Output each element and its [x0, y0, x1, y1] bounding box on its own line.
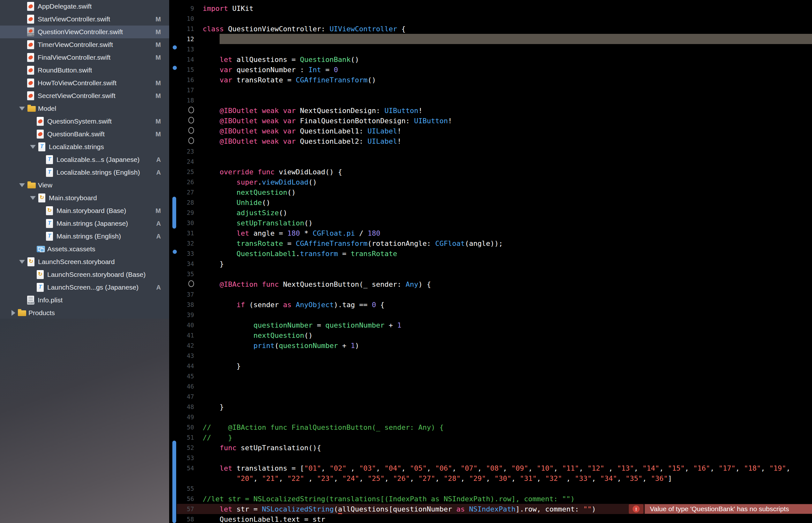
file-row-launchscreen-storyboard[interactable]: ↻LaunchScreen.storyboard — [0, 255, 169, 268]
disclosure-triangle-open-icon[interactable] — [19, 107, 25, 110]
line-number-gutter[interactable]: 46 — [169, 383, 194, 390]
file-row-appdelegate-swift[interactable]: AppDelegate.swift — [0, 0, 169, 13]
code-text[interactable]: // } — [194, 434, 233, 441]
file-row-launchscreen-gs-japanese-[interactable]: TLaunchScreen...gs (Japanese)A — [0, 281, 169, 294]
outlet-connector-circle-icon[interactable] — [188, 107, 194, 113]
code-line-43[interactable]: 43 — [169, 350, 812, 361]
file-row-startviewcontroller-swift[interactable]: StartViewController.swiftM — [0, 13, 169, 25]
code-line-21[interactable]: @IBOutlet weak var QuestionLabel1: UILab… — [169, 126, 812, 136]
file-row-products[interactable]: Products — [0, 307, 169, 319]
file-row-timerviewcontroller-swift[interactable]: TimerViewController.swiftM — [0, 38, 169, 51]
code-line-14[interactable]: 14 let allQuestions = QuestionBank() — [169, 54, 812, 65]
code-text[interactable]: let str = NSLocalizedString(allQuestions… — [194, 505, 596, 513]
line-number-gutter[interactable]: 23 — [169, 148, 194, 155]
code-line-58[interactable]: 58 QuestionLabel1.text = str — [169, 514, 812, 523]
outlet-connector-circle-icon[interactable] — [188, 117, 194, 124]
code-line-27[interactable]: 27 nextQuestion() — [169, 187, 812, 197]
line-number-gutter[interactable]: 50 — [169, 424, 194, 431]
code-line-25[interactable]: 25 override func viewDidLoad() { — [169, 167, 812, 177]
code-line-51[interactable]: 51// } — [169, 432, 812, 443]
code-text[interactable]: nextQuestion() — [194, 331, 313, 339]
code-line-33[interactable]: 33 QuestionLabel1.transform = transRotat… — [169, 248, 812, 259]
line-number-gutter[interactable]: 38 — [169, 301, 194, 308]
code-text[interactable]: let angle = 180 * CGFloat.pi / 180 — [194, 229, 380, 237]
disclosure-triangle-open-icon[interactable] — [30, 196, 36, 200]
ib-connection-gutter[interactable] — [169, 117, 194, 125]
code-text[interactable]: class QuestionViewController: UIViewCont… — [194, 25, 406, 33]
code-line-22[interactable]: @IBOutlet weak var QuestionLabel2: UILab… — [169, 136, 812, 146]
code-line-35[interactable]: 35 — [169, 269, 812, 279]
code-text[interactable]: @IBOutlet weak var QuestionLabel1: UILab… — [194, 127, 402, 135]
code-line-24[interactable]: 24 — [169, 157, 812, 167]
code-line-55[interactable]: 55 — [169, 483, 812, 494]
code-line-28[interactable]: 28 Unhide() — [169, 197, 812, 208]
code-line-23[interactable]: 23 — [169, 146, 812, 157]
file-row-view[interactable]: View — [0, 179, 169, 192]
line-number-gutter[interactable]: 31 — [169, 230, 194, 237]
code-text[interactable]: import UIKit — [194, 4, 254, 13]
code-line-11[interactable]: 11class QuestionViewController: UIViewCo… — [169, 24, 812, 34]
file-row-assets-xcassets[interactable]: Assets.xcassets — [0, 243, 169, 255]
code-line-49[interactable]: 49 — [169, 412, 812, 422]
line-number-gutter[interactable]: 11 — [169, 25, 194, 32]
code-line-57[interactable]: 57 let str = NSLocalizedString(allQuesti… — [169, 504, 812, 514]
code-line-46[interactable]: 46 — [169, 381, 812, 392]
code-text[interactable]: @IBOutlet weak var FinalQuestionBottonDe… — [194, 117, 452, 125]
line-number-gutter[interactable]: 42 — [169, 342, 194, 349]
code-text[interactable]: QuestionLabel1.text = str — [194, 515, 325, 523]
file-row-main-storyboard[interactable]: ↻Main.storyboard — [0, 192, 169, 204]
code-text[interactable]: } — [194, 362, 241, 370]
code-text[interactable]: Unhide() — [194, 199, 270, 206]
code-line-15[interactable]: 15 var questionNumber : Int = 0 — [169, 65, 812, 75]
code-text[interactable]: let allQuestions = QuestionBank() — [194, 56, 359, 64]
source-editor[interactable]: 9import UIKit1011class QuestionViewContr… — [169, 0, 812, 523]
code-line-9[interactable]: 9import UIKit — [169, 3, 812, 13]
disclosure-triangle-open-icon[interactable] — [19, 260, 25, 264]
line-number-gutter[interactable]: 44 — [169, 362, 194, 369]
file-row-main-strings-japanese-[interactable]: TMain.strings (Japanese)A — [0, 217, 169, 230]
line-number-gutter[interactable]: 41 — [169, 332, 194, 339]
code-text[interactable]: //let str = NSLocalizedString(translatio… — [194, 495, 575, 503]
code-text[interactable]: // @IBAction func FinalQuestionButton(_ … — [194, 423, 444, 431]
code-line-36[interactable]: @IBAction func NextQuestionButton(_ send… — [169, 279, 812, 289]
line-number-gutter[interactable]: 27 — [169, 189, 194, 196]
ib-connection-gutter[interactable] — [169, 280, 194, 288]
line-number-gutter[interactable]: 40 — [169, 322, 194, 328]
code-line-31[interactable]: 31 let angle = 180 * CGFloat.pi / 180 — [169, 228, 812, 238]
code-text[interactable]: print(questionNumber + 1) — [194, 342, 359, 349]
file-row-questionviewcontroller-swift[interactable]: SWIFTQuestionViewController.swiftM — [0, 25, 169, 38]
error-banner-message[interactable]: Value of type 'QuestionBank' has no subs… — [645, 504, 812, 514]
code-line-32[interactable]: 32 transRotate = CGAffineTransform(rotat… — [169, 238, 812, 248]
code-line-53[interactable]: 53 — [169, 453, 812, 463]
code-line-54[interactable]: 54 let translations = ["01", "02" , "03"… — [169, 463, 812, 473]
file-row-main-storyboard-base-[interactable]: ↻Main.storyboard (Base)M — [0, 204, 169, 217]
line-number-gutter[interactable]: 35 — [169, 270, 194, 277]
line-number-gutter[interactable]: 32 — [169, 240, 194, 247]
code-line-wrap[interactable]: "20", "21", "22" , "23", "24", "25", "26… — [169, 473, 812, 483]
code-line-45[interactable]: 45 — [169, 371, 812, 381]
line-number-gutter[interactable]: 49 — [169, 414, 194, 420]
code-line-34[interactable]: 34 } — [169, 259, 812, 269]
code-text[interactable]: } — [194, 403, 224, 411]
code-line-52[interactable]: 52 func setUpTranslation(){ — [169, 443, 812, 453]
line-number-gutter[interactable]: 34 — [169, 260, 194, 267]
code-line-50[interactable]: 50// @IBAction func FinalQuestionButton(… — [169, 422, 812, 432]
line-number-gutter[interactable]: 12 — [169, 35, 194, 42]
code-line-18[interactable]: 18 — [169, 95, 812, 105]
code-line-13[interactable]: 13 — [169, 44, 812, 54]
code-line-37[interactable]: 37 — [169, 289, 812, 300]
code-text[interactable]: super.viewDidLoad() — [194, 178, 317, 186]
file-row-localizable-s-s-japanese-[interactable]: TLocalizable.s...s (Japanese)A — [0, 153, 169, 166]
file-row-howtoviewcontroller-swift[interactable]: HowToViewController.swiftM — [0, 77, 169, 89]
disclosure-triangle-open-icon[interactable] — [30, 145, 36, 149]
file-row-roundbutton-swift[interactable]: RoundButton.swift — [0, 64, 169, 77]
code-text[interactable]: @IBOutlet weak var NextQuestionDesign: U… — [194, 107, 423, 115]
file-row-questionsystem-swift[interactable]: QuestionSystem.swiftM — [0, 115, 169, 128]
file-row-info-plist[interactable]: PLISTInfo.plist — [0, 294, 169, 307]
outlet-connector-circle-icon[interactable] — [188, 127, 194, 134]
file-row-finalviewcontroller-swift[interactable]: FinalViewController.swiftM — [0, 51, 169, 64]
code-line-40[interactable]: 40 questionNumber = questionNumber + 1 — [169, 320, 812, 330]
file-row-launchscreen-storyboard-base-[interactable]: ↻LaunchScreen.storyboard (Base) — [0, 268, 169, 281]
code-text[interactable]: var questionNumber : Int = 0 — [194, 66, 338, 74]
line-number-gutter[interactable]: 26 — [169, 179, 194, 185]
